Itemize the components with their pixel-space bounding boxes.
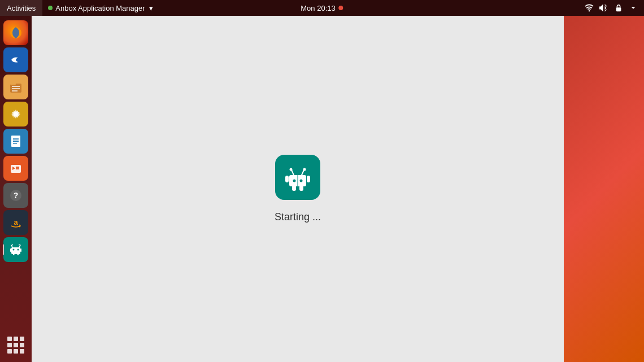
grid-dots-icon — [7, 337, 24, 354]
svg-point-26 — [13, 249, 15, 251]
svg-point-27 — [18, 249, 19, 251]
svg-rect-0 — [616, 7, 621, 11]
dock-help[interactable]: ? — [3, 183, 28, 208]
clock-label: Mon 20:13 — [301, 4, 335, 12]
topbar: Activities Anbox Application Manager ▾ M… — [0, 0, 644, 16]
application-dock: ? a — [0, 16, 32, 362]
svg-rect-17 — [13, 141, 19, 142]
topbar-center: Mon 20:13 — [301, 4, 343, 12]
svg-rect-20 — [16, 167, 19, 168]
svg-point-40 — [299, 180, 302, 182]
volume-icon[interactable] — [598, 2, 610, 14]
svg-rect-37 — [292, 185, 296, 191]
svg-line-41 — [291, 170, 294, 175]
svg-point-43 — [289, 168, 292, 171]
anbox-app-icon — [275, 155, 320, 200]
dock-amazon[interactable]: a — [3, 210, 28, 235]
starting-text: Starting ... — [275, 211, 321, 223]
dock-settings[interactable] — [3, 102, 28, 127]
svg-point-33 — [19, 245, 20, 246]
svg-rect-10 — [12, 86, 20, 87]
svg-rect-9 — [10, 82, 16, 85]
svg-point-44 — [303, 168, 306, 171]
svg-rect-36 — [307, 176, 310, 182]
svg-point-39 — [293, 180, 295, 182]
svg-rect-12 — [12, 90, 18, 91]
wifi-icon[interactable] — [583, 2, 595, 14]
svg-rect-31 — [20, 248, 21, 252]
svg-line-42 — [302, 170, 304, 175]
topbar-left: Activities Anbox Application Manager ▾ — [0, 0, 159, 16]
svg-point-32 — [12, 245, 13, 246]
dock-writer[interactable] — [3, 129, 28, 154]
svg-rect-35 — [285, 176, 289, 182]
svg-rect-21 — [16, 168, 19, 169]
dock-firefox[interactable] — [3, 20, 28, 45]
recording-indicator — [339, 6, 343, 10]
app-menu-arrow: ▾ — [149, 4, 153, 12]
svg-rect-18 — [13, 143, 17, 144]
svg-rect-25 — [11, 247, 20, 254]
dock-thunderbird[interactable] — [3, 47, 28, 72]
app-running-dot — [48, 6, 53, 10]
show-applications-button[interactable] — [3, 333, 28, 357]
dock-file-manager[interactable] — [3, 75, 28, 99]
svg-rect-29 — [18, 252, 19, 255]
svg-rect-28 — [13, 252, 15, 255]
topbar-right — [583, 2, 644, 14]
dock-anbox[interactable] — [3, 237, 28, 262]
svg-text:?: ? — [14, 191, 19, 200]
svg-rect-15 — [13, 138, 19, 139]
dock-ubuntu-software[interactable] — [3, 156, 28, 181]
app-indicator[interactable]: Anbox Application Manager ▾ — [42, 0, 158, 16]
svg-rect-11 — [12, 88, 20, 89]
dropdown-icon[interactable] — [627, 2, 639, 14]
activities-button[interactable]: Activities — [0, 0, 42, 16]
svg-rect-38 — [299, 185, 303, 191]
app-name-label: Anbox Application Manager — [55, 4, 145, 12]
activities-label: Activities — [7, 4, 36, 12]
svg-rect-16 — [13, 139, 19, 141]
anbox-loading-screen: Starting ... — [275, 155, 321, 223]
lock-icon[interactable] — [612, 2, 625, 14]
svg-rect-30 — [10, 248, 11, 252]
main-content-area: Starting ... — [32, 16, 564, 362]
right-panel — [564, 16, 644, 362]
svg-text:a: a — [14, 218, 18, 226]
